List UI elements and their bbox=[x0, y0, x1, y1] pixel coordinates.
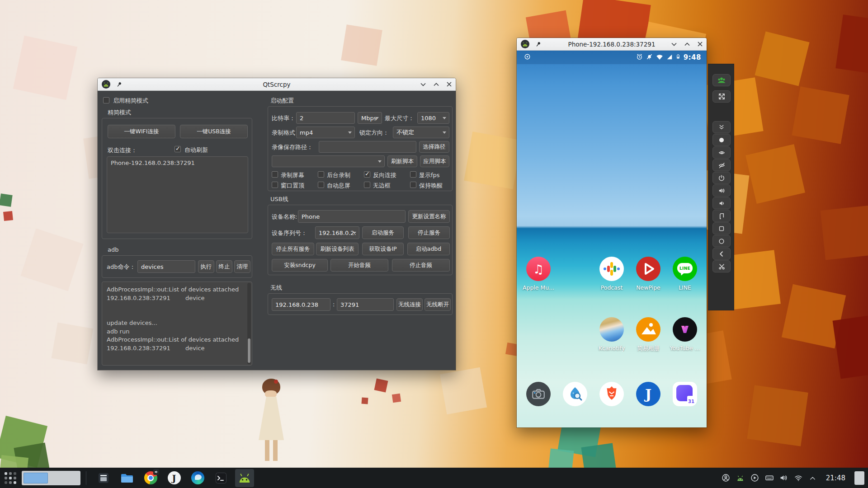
minimize-button[interactable] bbox=[420, 83, 426, 86]
taskbar-icon-editor[interactable] bbox=[94, 469, 113, 487]
frameless-checkbox[interactable] bbox=[364, 182, 370, 188]
fullscreen-button[interactable] bbox=[712, 90, 731, 103]
log-scrollbar[interactable] bbox=[247, 283, 251, 364]
select-path-button[interactable]: 选择路径 bbox=[419, 141, 449, 153]
start-audio-button[interactable]: 开始音频 bbox=[330, 259, 388, 272]
taskbar-icon-blue-swirl-browser[interactable] bbox=[188, 469, 207, 487]
lock-orientation-combo[interactable]: 不锁定 bbox=[393, 127, 449, 138]
app-icon-gallery[interactable] bbox=[636, 317, 660, 342]
record-format-combo[interactable]: mp4 bbox=[296, 127, 355, 138]
wireless-ip-input[interactable]: 192.168.0.238 bbox=[272, 298, 330, 311]
maximize-button[interactable] bbox=[684, 42, 690, 46]
install-sndcpy-button[interactable]: 安装sndcpy bbox=[272, 259, 328, 272]
bitrate-unit-combo[interactable]: Mbps bbox=[358, 112, 382, 124]
adb-cmd-input[interactable]: devices bbox=[137, 260, 195, 273]
stop-audio-button[interactable]: 停止音频 bbox=[392, 259, 450, 272]
back-button[interactable] bbox=[712, 248, 731, 260]
maximize-button[interactable] bbox=[434, 83, 439, 86]
taskbar-icon-chrome[interactable] bbox=[141, 469, 160, 487]
close-button[interactable] bbox=[698, 42, 703, 47]
close-button[interactable] bbox=[447, 82, 452, 87]
window-on-top-checkbox[interactable] bbox=[272, 182, 278, 188]
one-key-wifi-button[interactable]: 一键WIFI连接 bbox=[108, 125, 175, 138]
device-list-item[interactable]: Phone-192.168.0.238:37291 bbox=[107, 157, 248, 169]
tray-wifi-icon[interactable] bbox=[793, 473, 803, 483]
auto-refresh-checkbox[interactable] bbox=[175, 146, 181, 152]
adb-clear-button[interactable]: 清理 bbox=[234, 260, 250, 273]
wireless-port-input[interactable]: 37291 bbox=[337, 298, 394, 311]
enable-simple-mode-checkbox[interactable] bbox=[103, 97, 109, 103]
app-switch-button[interactable] bbox=[712, 222, 731, 235]
adb-log-box[interactable]: AdbProcessImpl::out:List of devices atta… bbox=[102, 282, 252, 366]
apply-script-button[interactable]: 应用脚本 bbox=[420, 155, 449, 167]
serial-combo[interactable]: 192.168.0.2: bbox=[315, 226, 359, 239]
screen-on-button[interactable] bbox=[712, 146, 731, 159]
taskbar-icon-file-manager[interactable] bbox=[118, 469, 137, 487]
touch-button[interactable] bbox=[712, 134, 731, 146]
wireless-disconnect-button[interactable]: 无线断开 bbox=[425, 298, 451, 311]
home-button[interactable] bbox=[712, 235, 731, 247]
pin-icon[interactable] bbox=[535, 41, 541, 47]
expand-menu-button[interactable] bbox=[712, 121, 731, 133]
show-fps-checkbox[interactable] bbox=[410, 171, 416, 178]
phone-titlebar[interactable]: Phone-192.168.0.238:37291 bbox=[517, 38, 707, 51]
wireless-connect-button[interactable]: 无线连接 bbox=[396, 298, 423, 311]
taskbar-icon-terminal[interactable] bbox=[212, 469, 231, 487]
taskbar-icon-qtscrcpy[interactable] bbox=[235, 469, 254, 487]
rotate-screen-button[interactable] bbox=[712, 210, 731, 222]
bitrate-input[interactable]: 2 bbox=[296, 112, 355, 124]
qtscrcpy-titlebar[interactable]: QtScrcpy bbox=[98, 78, 456, 91]
tray-expand-icon[interactable] bbox=[808, 473, 818, 483]
app-icon-apple-music[interactable]: ♫ bbox=[526, 257, 551, 281]
get-device-ip-button[interactable]: 获取设备IP bbox=[362, 243, 404, 255]
log-scrollbar-thumb[interactable] bbox=[248, 338, 250, 363]
start-service-button[interactable]: 启动服务 bbox=[362, 226, 404, 239]
pin-icon[interactable] bbox=[116, 81, 122, 88]
max-size-combo[interactable]: 1080 bbox=[417, 112, 449, 124]
dock-icon-j-app[interactable]: J bbox=[636, 382, 660, 406]
show-desktop-button[interactable] bbox=[854, 471, 864, 485]
device-name-input[interactable]: Phone bbox=[298, 210, 406, 223]
reverse-connect-checkbox[interactable] bbox=[364, 171, 370, 178]
app-icon-podcast[interactable] bbox=[599, 257, 624, 281]
dock-icon-water-search[interactable] bbox=[563, 382, 587, 406]
screen-off-button[interactable] bbox=[712, 159, 731, 171]
start-adbd-button[interactable]: 启动adbd bbox=[407, 243, 450, 255]
device-listbox[interactable]: Phone-192.168.0.238:37291 bbox=[107, 156, 248, 233]
volume-down-button[interactable] bbox=[712, 197, 731, 209]
adb-run-button[interactable]: 执行 bbox=[198, 260, 214, 273]
refresh-device-list-button[interactable]: 刷新设备列表 bbox=[316, 243, 359, 255]
volume-up-button[interactable] bbox=[712, 184, 731, 197]
tray-keyboard-icon[interactable] bbox=[764, 473, 774, 483]
window-preview-widget[interactable] bbox=[22, 471, 80, 485]
record-screen-checkbox[interactable] bbox=[272, 171, 278, 178]
tray-android-icon[interactable] bbox=[736, 473, 745, 483]
app-launcher-button[interactable] bbox=[4, 471, 17, 485]
stop-all-services-button[interactable]: 停止所有服务 bbox=[272, 243, 314, 255]
minimize-button[interactable] bbox=[671, 42, 677, 46]
record-path-input[interactable] bbox=[319, 141, 416, 153]
power-button[interactable] bbox=[712, 172, 731, 184]
dock-icon-brave[interactable] bbox=[599, 382, 624, 406]
app-icon-newpipe[interactable] bbox=[636, 257, 660, 281]
stop-service-button[interactable]: 停止服务 bbox=[408, 226, 450, 239]
refresh-script-button[interactable]: 刷新脚本 bbox=[387, 155, 417, 167]
app-icon-youtube-vanced[interactable] bbox=[673, 317, 697, 342]
app-icon-kcanotify[interactable] bbox=[599, 317, 624, 342]
group-control-button[interactable] bbox=[712, 74, 731, 86]
taskbar-clock[interactable]: 21:48 bbox=[826, 474, 845, 482]
auto-screen-off-checkbox[interactable] bbox=[318, 182, 324, 188]
phone-screen[interactable]: 9:48 ♫ LINE Apple Mu... Podcast NewPipe … bbox=[517, 51, 707, 427]
tray-volume-icon[interactable] bbox=[779, 473, 789, 483]
taskbar-icon-j-app[interactable]: J bbox=[165, 469, 184, 487]
dock-icon-calendar[interactable]: 31 bbox=[673, 382, 697, 406]
stay-awake-checkbox[interactable] bbox=[410, 182, 416, 188]
tray-media-play-icon[interactable] bbox=[750, 473, 760, 483]
tray-user-icon[interactable] bbox=[721, 473, 731, 483]
app-icon-line[interactable]: LINE bbox=[673, 257, 697, 281]
update-name-button[interactable]: 更新设置名称 bbox=[408, 210, 450, 223]
background-record-checkbox[interactable] bbox=[318, 171, 324, 178]
dock-icon-camera[interactable] bbox=[526, 382, 551, 406]
adb-terminate-button[interactable]: 终止 bbox=[216, 260, 232, 273]
screenshot-button[interactable] bbox=[712, 260, 731, 272]
